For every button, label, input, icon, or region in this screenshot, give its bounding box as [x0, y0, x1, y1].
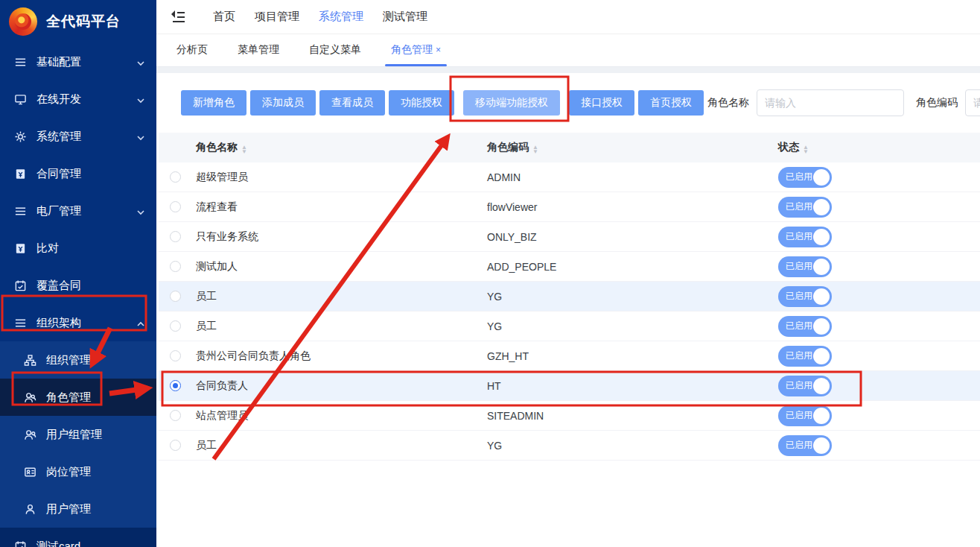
- chevron-down-icon: [136, 206, 145, 215]
- row-radio[interactable]: [170, 410, 181, 421]
- status-toggle[interactable]: 已启用: [778, 286, 832, 307]
- compare-icon: [14, 242, 27, 255]
- column-role-name[interactable]: 角色名称▲▼: [191, 141, 487, 154]
- role-code-cell: GZH_HT: [487, 350, 778, 362]
- test-icon: [14, 540, 27, 547]
- button-移动端功能授权[interactable]: 移动端功能授权: [463, 90, 560, 116]
- status-toggle[interactable]: 已启用: [778, 376, 832, 396]
- role-name-cell: 合同负责人: [191, 379, 487, 393]
- status-toggle[interactable]: 已启用: [778, 405, 832, 426]
- sidebar-item-测试card[interactable]: 测试card: [0, 528, 156, 547]
- sidebar-subitem-角色管理[interactable]: 角色管理: [0, 379, 156, 416]
- sidebar-item-label: 测试card: [36, 540, 80, 547]
- role-name-cell: 站点管理员: [191, 409, 487, 423]
- status-toggle[interactable]: 已启用: [778, 167, 832, 188]
- topnav-items: 首页项目管理系统管理测试管理: [194, 10, 427, 24]
- sidebar-subitem-用户组管理[interactable]: 用户组管理: [0, 416, 156, 453]
- row-radio[interactable]: [170, 261, 181, 272]
- table-row[interactable]: 只有业务系统ONLY_BIZ已启用: [159, 222, 980, 252]
- status-toggle[interactable]: 已启用: [778, 435, 832, 456]
- toolbar: 新增角色添加成员查看成员功能授权移动端功能授权接口授权首页授权: [181, 90, 704, 116]
- sort-icon[interactable]: ▲▼: [803, 145, 809, 154]
- row-radio[interactable]: [170, 231, 181, 242]
- sort-icon[interactable]: ▲▼: [241, 145, 247, 154]
- row-radio[interactable]: [170, 201, 181, 212]
- sidebar-item-label: 岗位管理: [46, 465, 91, 479]
- role-name-cell: 员工: [191, 320, 487, 333]
- sidebar-item-系统管理[interactable]: 系统管理: [0, 118, 156, 155]
- table-row[interactable]: 员工YG已启用: [159, 282, 980, 312]
- sort-icon[interactable]: ▲▼: [532, 145, 538, 154]
- role-name-input[interactable]: [757, 89, 904, 116]
- row-radio[interactable]: [170, 350, 181, 361]
- sidebar-subitem-用户管理[interactable]: 用户管理: [0, 490, 156, 528]
- tab-label: 菜单管理: [238, 43, 279, 55]
- row-radio[interactable]: [170, 380, 181, 391]
- role-code-cell: YG: [487, 320, 778, 332]
- sidebar-item-label: 用户管理: [46, 502, 91, 516]
- status-toggle[interactable]: 已启用: [778, 227, 832, 247]
- status-toggle[interactable]: 已启用: [778, 197, 832, 218]
- monitor-icon: [14, 93, 27, 106]
- sidebar-item-在线开发[interactable]: 在线开发: [0, 80, 156, 118]
- sidebar-item-组织架构[interactable]: 组织架构: [0, 304, 156, 341]
- table-row[interactable]: 站点管理员SITEADMIN已启用: [159, 401, 980, 431]
- table-row[interactable]: 超级管理员ADMIN已启用: [159, 162, 980, 192]
- button-首页授权[interactable]: 首页授权: [638, 90, 704, 116]
- role-code-cell: YG: [487, 440, 778, 452]
- role-name-cell: 员工: [191, 439, 487, 452]
- topnav-item-项目管理[interactable]: 项目管理: [255, 10, 299, 24]
- table-row[interactable]: 测试加人ADD_PEOPLE已启用: [159, 252, 980, 282]
- close-icon[interactable]: ×: [436, 45, 441, 55]
- role-code-input[interactable]: [965, 89, 980, 116]
- sidebar-item-电厂管理[interactable]: 电厂管理: [0, 192, 156, 230]
- button-添加成员[interactable]: 添加成员: [250, 90, 316, 116]
- tab-分析页[interactable]: 分析页: [176, 43, 208, 66]
- sidebar-item-合同管理[interactable]: 合同管理: [0, 155, 156, 192]
- row-radio[interactable]: [170, 171, 181, 183]
- menu-icon: [14, 317, 27, 329]
- sidebar-subitem-组织管理[interactable]: 组织管理: [0, 341, 156, 379]
- status-toggle[interactable]: 已启用: [778, 256, 832, 277]
- column-status[interactable]: 状态▲▼: [778, 141, 980, 154]
- tab-菜单管理[interactable]: 菜单管理: [238, 43, 279, 66]
- collapse-sidebar-icon[interactable]: [170, 9, 186, 25]
- row-radio[interactable]: [170, 320, 181, 332]
- button-查看成员[interactable]: 查看成员: [319, 90, 385, 116]
- tab-角色管理[interactable]: 角色管理×: [391, 43, 441, 66]
- tab-自定义菜单[interactable]: 自定义菜单: [309, 43, 361, 66]
- sidebar-bottom: 测试card: [0, 528, 156, 547]
- sidebar-submenu: 组织管理角色管理用户组管理岗位管理用户管理: [0, 341, 156, 528]
- org-icon: [24, 354, 36, 367]
- button-功能授权[interactable]: 功能授权: [389, 90, 454, 116]
- row-radio[interactable]: [170, 291, 181, 302]
- table-row[interactable]: 贵州公司合同负责人角色GZH_HT已启用: [159, 341, 980, 371]
- top-navigation: 首页项目管理系统管理测试管理: [156, 0, 980, 34]
- sidebar-item-label: 比对: [36, 241, 59, 256]
- topnav-item-系统管理[interactable]: 系统管理: [319, 10, 363, 24]
- table-row[interactable]: 合同负责人HT已启用: [159, 371, 980, 401]
- role-name-cell: 员工: [191, 290, 487, 303]
- role-code-label: 角色编码: [916, 96, 958, 110]
- sidebar-item-覆盖合同[interactable]: 覆盖合同: [0, 267, 156, 304]
- table-row[interactable]: 流程查看flowViewer已启用: [159, 192, 980, 222]
- topnav-item-首页[interactable]: 首页: [213, 10, 235, 24]
- menu-icon: [14, 205, 27, 218]
- menu-icon: [14, 56, 27, 69]
- status-toggle[interactable]: 已启用: [778, 346, 832, 367]
- button-新增角色[interactable]: 新增角色: [181, 90, 246, 116]
- sidebar-subitem-岗位管理[interactable]: 岗位管理: [0, 453, 156, 490]
- sidebar-item-基础配置[interactable]: 基础配置: [0, 43, 156, 80]
- sidebar-item-label: 角色管理: [46, 391, 91, 405]
- chevron-down-icon: [136, 132, 145, 141]
- table-row[interactable]: 员工YG已启用: [159, 312, 980, 341]
- column-role-code[interactable]: 角色编码▲▼: [487, 141, 778, 154]
- row-radio[interactable]: [170, 440, 181, 451]
- table-row[interactable]: 员工YG已启用: [159, 431, 980, 461]
- sidebar-item-比对[interactable]: 比对: [0, 230, 156, 267]
- main-area: 首页项目管理系统管理测试管理 分析页菜单管理自定义菜单角色管理× 新增角色添加成…: [156, 0, 980, 547]
- button-接口授权[interactable]: 接口授权: [569, 90, 634, 116]
- status-toggle[interactable]: 已启用: [778, 316, 832, 337]
- sidebar-item-label: 电厂管理: [36, 204, 81, 218]
- topnav-item-测试管理[interactable]: 测试管理: [383, 10, 427, 24]
